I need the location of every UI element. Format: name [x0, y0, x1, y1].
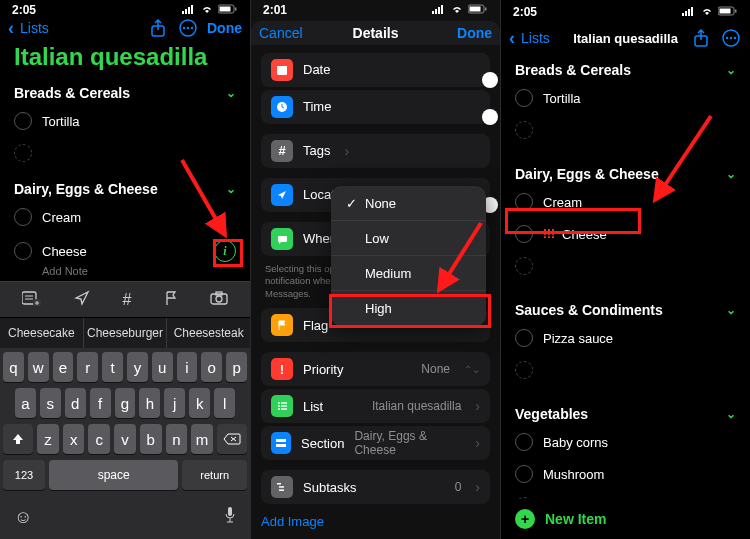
done-button[interactable]: Done [207, 20, 242, 36]
row-subtasks[interactable]: Subtasks 0 › [261, 470, 490, 504]
checkbox-circle[interactable] [515, 433, 533, 451]
new-item-label: New Item [545, 511, 606, 527]
delete-key[interactable] [217, 424, 247, 454]
space-key[interactable]: space [49, 460, 178, 490]
row-section[interactable]: Section Dairy, Eggs & Cheese › [261, 426, 490, 460]
kb-list-icon[interactable] [22, 290, 42, 309]
key-m[interactable]: m [191, 424, 213, 454]
key-u[interactable]: u [152, 352, 173, 382]
svg-rect-39 [279, 486, 284, 488]
more-icon[interactable] [177, 17, 199, 39]
key-h[interactable]: h [139, 388, 160, 418]
back-chevron-icon[interactable]: ‹ [8, 18, 14, 39]
reminder-item[interactable]: Baby corns [501, 426, 750, 458]
item-label: Baby corns [543, 435, 608, 450]
section-label: Sauces & Condiments [515, 302, 663, 318]
key-w[interactable]: w [28, 352, 49, 382]
dictation-key[interactable] [224, 506, 236, 529]
row-date[interactable]: Date [261, 53, 490, 87]
prediction[interactable]: Cheesesteak [167, 318, 250, 348]
checkbox-circle[interactable] [14, 112, 32, 130]
add-circle-icon [515, 121, 533, 139]
chevron-right-icon: › [475, 398, 480, 414]
kb-tag-icon[interactable]: # [123, 291, 132, 309]
key-p[interactable]: p [226, 352, 247, 382]
wifi-icon [700, 5, 714, 19]
shift-key[interactable] [3, 424, 33, 454]
add-row[interactable] [501, 354, 750, 386]
section-header[interactable]: Breads & Cereals⌄ [501, 56, 750, 82]
key-t[interactable]: t [102, 352, 123, 382]
key-i[interactable]: i [177, 352, 198, 382]
row-tags[interactable]: # Tags › [261, 134, 490, 168]
prediction[interactable]: Cheesecake [0, 318, 84, 348]
kb-camera-icon[interactable] [210, 291, 228, 308]
key-b[interactable]: b [140, 424, 162, 454]
svg-point-52 [734, 37, 736, 39]
reminder-item[interactable]: Tortilla [0, 105, 250, 137]
add-circle-icon [515, 497, 533, 499]
key-n[interactable]: n [166, 424, 188, 454]
key-l[interactable]: l [214, 388, 235, 418]
row-list[interactable]: List Italian quesadilla › [261, 389, 490, 423]
key-s[interactable]: s [40, 388, 61, 418]
checkbox-circle[interactable] [515, 465, 533, 483]
reminder-item[interactable]: Mushroom [501, 458, 750, 490]
key-g[interactable]: g [115, 388, 136, 418]
key-d[interactable]: d [65, 388, 86, 418]
key-k[interactable]: k [189, 388, 210, 418]
panel-2-details: 2:01 Cancel Details Done Date Time # Tag… [250, 0, 500, 539]
key-f[interactable]: f [90, 388, 111, 418]
return-key[interactable]: return [182, 460, 247, 490]
section-header[interactable]: Vegetables⌄ [501, 400, 750, 426]
done-button[interactable]: Done [457, 25, 492, 41]
keyboard: # Cheesecake Cheeseburger Cheesesteak qw… [0, 281, 250, 539]
checkbox-circle[interactable] [14, 208, 32, 226]
key-y[interactable]: y [127, 352, 148, 382]
svg-point-34 [278, 408, 280, 410]
add-row[interactable] [501, 490, 750, 499]
flag-icon [271, 314, 293, 336]
menu-label: Low [365, 231, 389, 246]
section-label: Vegetables [515, 406, 588, 422]
svg-point-30 [278, 402, 280, 404]
key-123[interactable]: 123 [3, 460, 45, 490]
row-priority[interactable]: ! Priority None ⌃⌄ [261, 352, 490, 386]
key-c[interactable]: c [88, 424, 110, 454]
item-label: Tortilla [42, 114, 80, 129]
back-button[interactable]: Lists [521, 30, 550, 46]
emoji-key[interactable]: ☺ [14, 507, 32, 528]
add-row[interactable] [501, 250, 750, 282]
cancel-button[interactable]: Cancel [259, 25, 303, 41]
key-j[interactable]: j [164, 388, 185, 418]
share-icon[interactable] [690, 27, 712, 49]
add-image-button[interactable]: Add Image [251, 504, 500, 539]
prediction[interactable]: Cheeseburger [84, 318, 168, 348]
kb-flag-icon[interactable] [164, 290, 178, 309]
menu-none[interactable]: ✓None [331, 186, 486, 221]
checkbox-circle[interactable] [14, 242, 32, 260]
checkbox-circle[interactable] [515, 89, 533, 107]
key-x[interactable]: x [63, 424, 85, 454]
back-button[interactable]: Lists [20, 20, 49, 36]
key-a[interactable]: a [15, 388, 36, 418]
row-time[interactable]: Time [261, 90, 490, 124]
item-label: Cheese [42, 244, 87, 259]
key-z[interactable]: z [37, 424, 59, 454]
key-q[interactable]: q [3, 352, 24, 382]
section-header[interactable]: Breads & Cereals ⌄ [0, 79, 250, 105]
key-r[interactable]: r [77, 352, 98, 382]
key-v[interactable]: v [114, 424, 136, 454]
back-chevron-icon[interactable]: ‹ [509, 28, 515, 49]
new-item-button[interactable]: + New Item [501, 499, 750, 539]
reminder-item[interactable]: Pizza sauce [501, 322, 750, 354]
share-icon[interactable] [147, 17, 169, 39]
kb-location-icon[interactable] [74, 290, 90, 309]
key-o[interactable]: o [201, 352, 222, 382]
key-e[interactable]: e [53, 352, 74, 382]
section-header[interactable]: Sauces & Condiments⌄ [501, 296, 750, 322]
more-icon[interactable] [720, 27, 742, 49]
menu-label: None [365, 196, 396, 211]
nav-bar: ‹ Lists Done [0, 17, 250, 39]
checkbox-circle[interactable] [515, 329, 533, 347]
